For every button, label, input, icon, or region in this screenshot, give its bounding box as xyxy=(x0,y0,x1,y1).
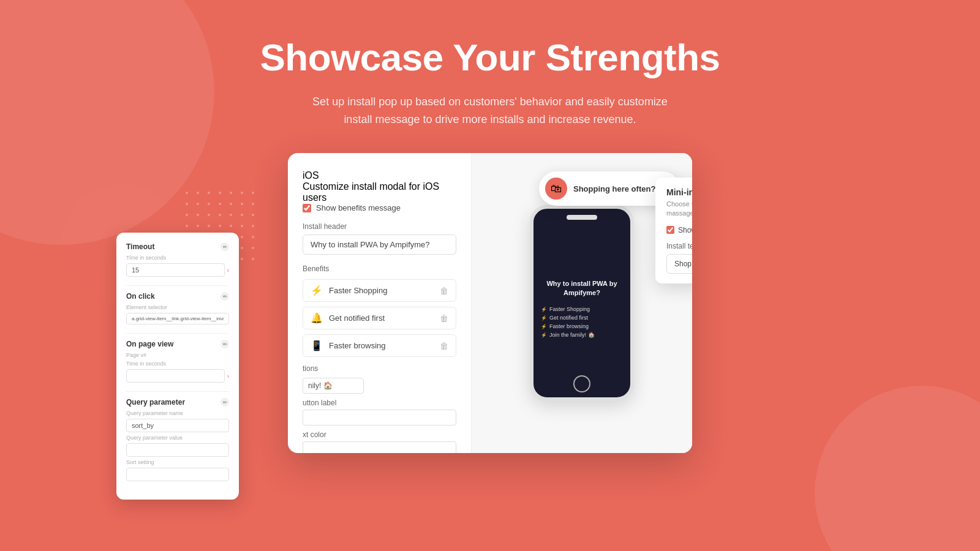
page-title: Showcase Your Strengths xyxy=(0,37,980,78)
benefits-section-label: Benefits xyxy=(303,264,456,273)
hero-subtitle: Set up install pop up based on customers… xyxy=(306,93,674,129)
partial-label-2: utton label xyxy=(303,399,456,407)
install-header-input[interactable] xyxy=(303,234,456,255)
main-card: iOS Customize install modal for iOS user… xyxy=(288,153,692,453)
benefit-label-3: Faster browsing xyxy=(329,341,385,350)
ios-settings-panel: iOS Customize install modal for iOS user… xyxy=(288,153,472,453)
phone-content: Why to install PWA byAmpifyme? Faster Sh… xyxy=(533,227,630,397)
phone-preview-panel: 🛍 Shopping here often? × Why to install … xyxy=(472,153,692,453)
benefit-item-2: 🔔 Get notified first 🗑 xyxy=(303,307,456,329)
show-benefits-label: Show benefits message xyxy=(316,203,401,212)
on-page-view-sublabel1: Page v# xyxy=(126,352,229,358)
divider-2 xyxy=(126,333,229,334)
on-page-view-edit-icon[interactable]: ✏ xyxy=(221,340,229,348)
show-benefits-checkbox[interactable] xyxy=(303,204,311,212)
on-click-edit-icon[interactable]: ✏ xyxy=(221,292,229,301)
timeout-sublabel: Time in seconds xyxy=(126,255,229,261)
mini-info-bar-popup: Mini-info bar settings Choose to enable/… xyxy=(655,178,692,283)
phone-home-button xyxy=(573,375,590,392)
mini-info-subtitle: Choose to enable/disable mini-info bar a… xyxy=(666,200,692,219)
query-param-label: Query parameter xyxy=(126,398,185,407)
benefit-icon-1: ⚡ xyxy=(311,285,323,296)
on-page-view-input[interactable] xyxy=(126,369,225,383)
delete-benefit-3[interactable]: 🗑 xyxy=(440,341,448,351)
on-click-label: On click xyxy=(126,292,155,301)
benefit-icon-3: 📱 xyxy=(311,340,323,351)
benefit-item-3: 📱 Faster browsing 🗑 xyxy=(303,334,456,357)
timeout-input[interactable] xyxy=(126,263,225,277)
delete-benefit-2[interactable]: 🗑 xyxy=(440,313,448,323)
timeout-edit-icon[interactable]: ✏ xyxy=(221,242,229,251)
ios-subtitle: Customize install modal for iOS users xyxy=(303,181,456,203)
divider-3 xyxy=(126,391,229,392)
timeout-arrow-icon: › xyxy=(227,267,229,274)
on-click-section: On click ✏ Element selector xyxy=(126,292,229,324)
partial-text-color-input[interactable] xyxy=(303,441,456,453)
phone-notch xyxy=(567,215,597,220)
benefit-icon-2: 🔔 xyxy=(311,312,323,324)
timeout-section: Timeout ✏ Time in seconds › xyxy=(126,242,229,277)
install-text-label: Install text xyxy=(666,242,692,250)
phone-mockup: Why to install PWA byAmpifyme? Faster Sh… xyxy=(530,205,634,401)
phone-benefits-list: Faster Shopping Get notified first Faste… xyxy=(541,305,623,339)
on-click-input[interactable] xyxy=(126,313,229,324)
partial-label-3: xt color xyxy=(303,430,456,439)
hero-section: Showcase Your Strengths Set up install p… xyxy=(0,0,980,129)
ios-title: iOS xyxy=(303,170,456,181)
delete-benefit-1[interactable]: 🗑 xyxy=(440,286,448,296)
show-mini-info-checkbox[interactable] xyxy=(666,226,674,234)
phone-benefit-4: Join the family! 🏠 xyxy=(541,331,623,339)
phone-benefit-3: Faster browsing xyxy=(541,322,623,331)
show-mini-info-row[interactable]: Show mini-info bar xyxy=(666,226,692,234)
phone-benefit-2: Get notified first xyxy=(541,313,623,322)
on-click-sublabel: Element selector xyxy=(126,304,229,310)
shopping-icon: 🛍 xyxy=(545,178,567,200)
show-mini-info-label: Show mini-info bar xyxy=(678,226,692,234)
shopping-text: Shopping here often? xyxy=(573,184,656,193)
on-page-view-section: On page view ✏ Page v# Time in seconds › xyxy=(126,340,229,383)
partial-input-1[interactable]: nily! 🏠 xyxy=(303,378,364,394)
install-text-input[interactable] xyxy=(666,254,692,274)
query-param-value-sublabel: Query parameter value xyxy=(126,435,229,441)
benefit-item-1: ⚡ Faster Shopping 🗑 xyxy=(303,279,456,302)
mini-info-title: Mini-info bar settings xyxy=(666,187,692,197)
query-param-value-input[interactable] xyxy=(126,443,229,457)
benefit-label-2: Get notified first xyxy=(329,313,385,323)
query-param-name-input[interactable] xyxy=(126,419,229,432)
query-param-edit-icon[interactable]: ✏ xyxy=(221,398,229,407)
benefit-label-1: Faster Shopping xyxy=(329,286,387,295)
query-param-name-sublabel: Query parameter name xyxy=(126,410,229,416)
sort-setting-sublabel: Sort setting xyxy=(126,459,229,465)
query-parameter-section: Query parameter ✏ Query parameter name Q… xyxy=(126,398,229,481)
on-page-view-sublabel2: Time in seconds xyxy=(126,361,229,367)
install-header-label: Install header xyxy=(303,222,456,231)
on-page-view-label: On page view xyxy=(126,340,173,348)
timeout-label: Timeout xyxy=(126,242,154,251)
phone-pwa-title: Why to install PWA byAmpifyme? xyxy=(546,279,617,298)
phone-benefit-1: Faster Shopping xyxy=(541,305,623,313)
partial-button-label-input[interactable] xyxy=(303,410,456,425)
on-page-view-arrow-icon: › xyxy=(227,373,229,380)
timeout-settings-card: Timeout ✏ Time in seconds › On click ✏ E… xyxy=(116,233,239,500)
partial-label-1: tions xyxy=(303,364,456,373)
show-benefits-row[interactable]: Show benefits message xyxy=(303,203,456,212)
divider-1 xyxy=(126,285,229,286)
sort-setting-input[interactable] xyxy=(126,468,229,481)
